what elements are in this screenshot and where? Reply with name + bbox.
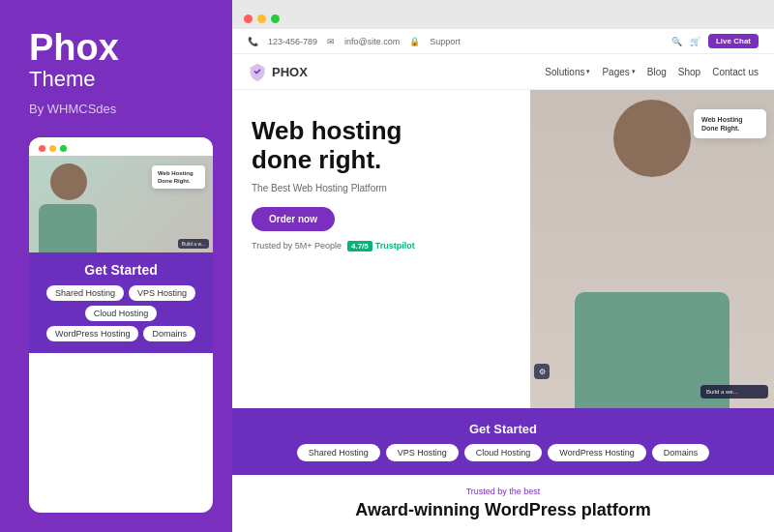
brand-by: By WHMCSdes: [29, 102, 213, 116]
logo-icon: [248, 62, 267, 81]
trusted-row: Trusted by 5M+ People 4.7/5 Trustpilot: [252, 241, 511, 251]
chevron-down-icon: ▾: [632, 68, 636, 75]
live-chat-button[interactable]: Live Chat: [708, 34, 759, 48]
brand-sub: Theme: [29, 66, 213, 94]
get-started-section: Get Started Shared Hosting VPS Hosting C…: [232, 408, 774, 475]
dot-yellow: [49, 145, 56, 152]
search-icon[interactable]: 🔍: [671, 37, 682, 46]
left-panel: Phox Theme By WHMCSdes Web Hosting Done …: [0, 0, 232, 532]
chrome-dot-yellow: [257, 15, 266, 23]
trusted-text: Trusted by 5M+ People: [252, 241, 342, 251]
person-body: [39, 204, 97, 252]
award-title: Award-winning WordPress platform: [248, 500, 759, 520]
award-trusted-label: Trusted by the best: [248, 487, 759, 496]
chrome-dot-red: [244, 15, 253, 23]
person-head: [50, 163, 87, 200]
trustpilot-badge: 4.7/5 Trustpilot: [347, 241, 415, 251]
tag-domains[interactable]: Domains: [143, 326, 195, 341]
website-content: 📞 123-456-789 ✉ info@site.com 🔒 Support …: [232, 29, 774, 532]
brand-title: Phox: [29, 29, 213, 66]
topbar-phone: 123-456-789: [268, 37, 317, 46]
mockup-card-title: Web Hosting Done Right.: [158, 169, 199, 186]
mockup-top-bar: [29, 137, 213, 156]
support-icon: 🔒: [409, 37, 420, 46]
hero-person-head: [613, 100, 691, 177]
nav-pages[interactable]: Pages ▾: [602, 67, 635, 77]
topbar-support: Support: [430, 37, 461, 46]
trustpilot-score: 4.7/5: [347, 241, 372, 251]
nav-solutions[interactable]: Solutions ▾: [545, 67, 590, 77]
hero-overlay-card: Web Hosting Done Right.: [694, 109, 766, 138]
hero-subheading: The Best Web Hosting Platform: [252, 183, 511, 193]
tag-vps[interactable]: VPS Hosting: [129, 285, 195, 301]
email-icon: ✉: [327, 37, 335, 46]
logo-text: PHOX: [272, 65, 308, 79]
hero-build-card: Build a we...: [700, 385, 768, 399]
nav-blog[interactable]: Blog: [647, 67, 667, 77]
order-now-button[interactable]: Order now: [252, 207, 335, 231]
site-navbar: PHOX Solutions ▾ Pages ▾ Blog Shop Conta…: [232, 54, 774, 90]
trustpilot-logo: Trustpilot: [375, 241, 415, 251]
site-nav-links: Solutions ▾ Pages ▾ Blog Shop Contact us: [545, 67, 759, 77]
browser-chrome: [232, 0, 774, 29]
topbar-right: 🔍 🛒 Live Chat: [671, 34, 759, 48]
mockup-tags: Shared Hosting VPS Hosting Cloud Hosting…: [41, 285, 201, 341]
chrome-dot-green: [271, 15, 280, 23]
nav-contact[interactable]: Contact us: [712, 67, 759, 77]
mockup-text-card: Web Hosting Done Right.: [152, 165, 205, 190]
hosting-tags: Shared Hosting VPS Hosting Cloud Hosting…: [248, 444, 759, 461]
hero-heading: Web hosting done right.: [252, 117, 511, 175]
mockup-get-started-title: Get Started: [41, 262, 201, 278]
site-hero: Web hosting done right. The Best Web Hos…: [232, 90, 774, 408]
mockup-get-started: Get Started Shared Hosting VPS Hosting C…: [29, 252, 213, 353]
cart-icon[interactable]: 🛒: [690, 37, 700, 46]
hero-card-title: Web Hosting Done Right.: [701, 115, 759, 133]
mockup-image-area: Web Hosting Done Right. Build a w...: [29, 156, 213, 252]
site-logo: PHOX: [248, 62, 308, 81]
hero-settings-icon: ⚙: [534, 364, 550, 379]
tag-domains[interactable]: Domains: [652, 444, 710, 461]
mobile-mockup: Web Hosting Done Right. Build a w... Get…: [29, 137, 213, 513]
hero-person-image: Web Hosting Done Right. ⚙ Build a we...: [530, 90, 774, 408]
right-panel: 📞 123-456-789 ✉ info@site.com 🔒 Support …: [232, 0, 774, 532]
site-topbar: 📞 123-456-789 ✉ info@site.com 🔒 Support …: [232, 29, 774, 54]
tag-shared[interactable]: Shared Hosting: [46, 285, 124, 301]
tag-cloud-hosting[interactable]: Cloud Hosting: [464, 444, 543, 461]
hero-left: Web hosting done right. The Best Web Hos…: [232, 90, 530, 408]
nav-shop[interactable]: Shop: [678, 67, 700, 77]
phone-icon: 📞: [248, 37, 258, 46]
tag-wordpress[interactable]: WordPress Hosting: [46, 326, 138, 341]
dot-green: [60, 145, 67, 152]
topbar-left: 📞 123-456-789 ✉ info@site.com 🔒 Support: [248, 37, 461, 46]
tag-vps-hosting[interactable]: VPS Hosting: [386, 444, 459, 461]
hero-right: Web Hosting Done Right. ⚙ Build a we...: [530, 90, 774, 408]
tag-cloud[interactable]: Cloud Hosting: [85, 306, 158, 321]
mockup-build-banner: Build a w...: [178, 239, 209, 249]
chevron-down-icon: ▾: [586, 68, 590, 75]
topbar-email: info@site.com: [344, 37, 400, 46]
mockup-person: Web Hosting Done Right. Build a w...: [29, 156, 213, 252]
dot-red: [39, 145, 45, 152]
award-section: Trusted by the best Award-winning WordPr…: [232, 475, 774, 532]
tag-shared-hosting[interactable]: Shared Hosting: [297, 444, 380, 461]
get-started-title: Get Started: [248, 422, 759, 436]
tag-wordpress-hosting[interactable]: WordPress Hosting: [548, 444, 645, 461]
